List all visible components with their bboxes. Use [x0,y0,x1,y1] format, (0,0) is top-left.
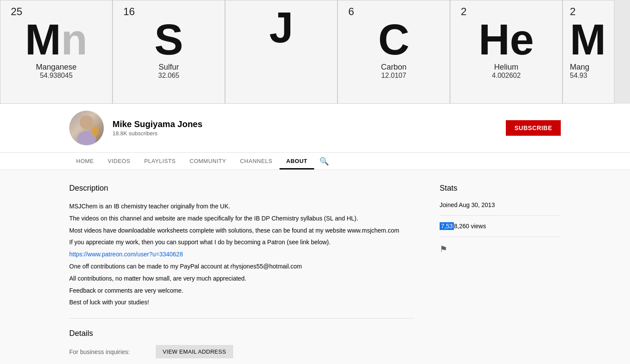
element-symbol: C [378,18,409,61]
element-mass: 54.93 [570,72,611,80]
element-mass: 32.065 [158,72,180,80]
desc-line-2: Most videos have downloadable worksheets… [69,226,414,236]
element-symbol: Mn [25,18,87,61]
atomic-number: 6 [348,6,354,18]
channel-nav: HOME VIDEOS PLAYLISTS COMMUNITY CHANNELS… [0,152,630,169]
element-helium: 2 He Helium 4.002602 [450,0,562,104]
element-name: Sulfur [158,63,179,72]
tab-community[interactable]: COMMUNITY [183,153,233,169]
tab-videos[interactable]: VIDEOS [101,153,137,169]
atomic-number: 25 [11,6,22,18]
desc-line-0: MSJChem is an IB chemistry teacher origi… [69,201,414,212]
business-label: For business inquiries: [69,348,156,355]
element-mass: 54.938045 [40,72,73,80]
element-sulfur: 16 S Sulfur 32.065 [112,0,225,104]
avatar [69,111,104,145]
desc-line-1: The videos on this channel and website a… [69,214,414,224]
svg-point-2 [92,126,99,137]
atomic-number: 16 [123,6,135,18]
views-rest: 8,260 views [454,223,486,230]
desc-line-8: Best of luck with your studies! [69,297,414,308]
channel-header: Mike Sugiyama Jones 18.8K subscribers SU… [0,104,630,170]
views-highlighted: 7,53 [440,222,454,230]
banner: 25 Mn Manganese 54.938045 16 S Sulfur 32… [0,0,630,104]
tab-channels[interactable]: CHANNELS [233,153,280,169]
flag-icon[interactable]: ⚑ [440,244,447,254]
element-partial: 2 M Mang 54.93 [562,0,614,104]
description-text: MSJChem is an IB chemistry teacher origi… [69,201,414,308]
flag-item[interactable]: ⚑ [440,244,561,261]
about-right: Stats Joined Aug 30, 2013 7,538,260 view… [440,184,561,364]
desc-line-6: All contributions, no matter how small, … [69,274,414,284]
tab-about[interactable]: ABOUT [280,153,315,169]
element-mass: 4.002602 [492,72,521,80]
about-left: Description MSJChem is an IB chemistry t… [69,184,414,364]
element-mass: 12.0107 [381,72,406,80]
subscribe-button[interactable]: SUBSCRIBE [506,120,561,136]
channel-info: Mike Sugiyama Jones 18.8K subscribers SU… [0,111,630,145]
stats-title: Stats [440,184,561,193]
channel-subscribers: 18.8K subscribers [112,130,506,137]
element-symbol: He [479,18,534,61]
element-carbon: 6 C Carbon 12.0107 [338,0,450,104]
channel-name: Mike Sugiyama Jones [112,119,506,129]
main-content: Description MSJChem is an IB chemistry t… [0,170,630,364]
tab-home[interactable]: HOME [69,153,101,169]
element-symbol-faded: n [61,15,87,64]
desc-line-3: If you appreciate my work, then you can … [69,237,414,248]
desc-line-4[interactable]: https://www.patreon.com/user?u=3340628 [69,249,414,260]
divider [69,318,414,319]
desc-line-5: One off contributions can be made to my … [69,262,414,272]
business-row: For business inquiries: VIEW EMAIL ADDRE… [69,345,414,358]
element-name: Manganese [36,63,77,72]
atomic-number: 2 [461,6,466,18]
desc-line-7: Feedback or comments are very welcome. [69,286,414,296]
search-icon[interactable]: 🔍 [314,153,334,169]
element-manganese: 25 Mn Manganese 54.938045 [0,0,112,104]
element-name: Mang [570,63,611,72]
tab-playlists[interactable]: PLAYLISTS [137,153,183,169]
element-symbol: M [570,18,611,61]
element-symbol: J [269,6,293,49]
details-title: Details [69,329,414,338]
element-name: Helium [494,63,518,72]
stat-views: 7,538,260 views [440,223,561,237]
stat-joined: Joined Aug 30, 2013 [440,201,561,216]
description-title: Description [69,184,414,193]
svg-point-0 [80,115,93,129]
element-symbol: S [154,18,183,61]
element-name: Carbon [381,63,406,72]
channel-name-block: Mike Sugiyama Jones 18.8K subscribers [112,119,506,137]
view-email-button[interactable]: VIEW EMAIL ADDRESS [156,345,233,358]
element-j: J [225,0,338,104]
